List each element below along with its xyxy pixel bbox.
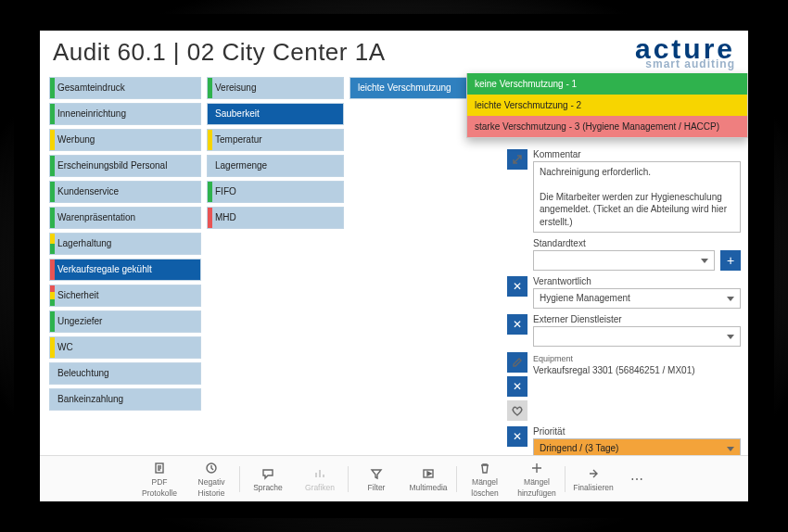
- category-item[interactable]: Lagerhaltung: [49, 233, 201, 255]
- toolbar-label: Mängel: [472, 477, 498, 487]
- category-label: Erscheinungsbild Personal: [57, 160, 167, 171]
- category-label: Beleuchtung: [57, 368, 109, 378]
- extern-select[interactable]: [533, 326, 741, 347]
- chart-icon: [313, 466, 326, 481]
- bottom-toolbar: PDFProtokolleNegativHistorieSpracheGrafi…: [40, 455, 748, 501]
- favorite-equipment-button[interactable]: [507, 400, 527, 421]
- subcategory-label: FIFO: [215, 186, 236, 196]
- category-item[interactable]: Gesamteindruck: [49, 77, 201, 99]
- category-item[interactable]: Kundenservice: [49, 181, 201, 203]
- expand-button[interactable]: [507, 149, 527, 170]
- tablet-frame: Audit 60.1 | 02 City Center 1A acture sm…: [14, 14, 774, 518]
- status-bar: [50, 285, 55, 306]
- extern-label: Externer Dienstleister: [533, 314, 741, 324]
- category-item[interactable]: Ungeziefer: [49, 310, 201, 333]
- category-column: GesamteindruckInneneinrichtungWerbungErs…: [49, 77, 201, 462]
- clear-equipment-button[interactable]: ✕: [507, 376, 527, 397]
- category-item[interactable]: Inneneinrichtung: [49, 103, 201, 125]
- subcategory-item[interactable]: FIFO: [207, 181, 344, 203]
- toolbar-label: Grafiken: [305, 483, 335, 492]
- toolbar-media-button[interactable]: Multimedia: [404, 466, 452, 492]
- toolbar-sublabel: hinzufügen: [517, 488, 556, 498]
- category-item[interactable]: Werbung: [49, 129, 201, 151]
- standardtext-select[interactable]: [533, 250, 715, 271]
- prioritaet-group: ✕ Priorität Dringend / (3 Tage): [507, 426, 741, 459]
- status-bar: [208, 208, 212, 228]
- category-label: Inneneinrichtung: [57, 108, 126, 119]
- rating-option[interactable]: leichte Verschmutzung - 2: [467, 95, 747, 116]
- toolbar-filter-button[interactable]: Filter: [352, 466, 400, 492]
- subcategory-label: Sauberkeit: [215, 108, 260, 119]
- status-bar: [50, 234, 55, 254]
- category-label: Warenpräsentation: [57, 212, 135, 222]
- brand-logo: acture smart auditing: [635, 38, 735, 70]
- heart-icon: [511, 404, 524, 417]
- subcategory-column: VereisungSauberkeitTemperaturLagermengeF…: [207, 77, 344, 462]
- equipment-value: Verkaufsregal 3301 (56846251 / MX01): [533, 365, 741, 376]
- clear-verantwortlich-button[interactable]: ✕: [507, 276, 527, 297]
- category-label: Bankeinzahlung: [57, 394, 123, 404]
- category-label: Gesamteindruck: [57, 82, 125, 93]
- subcategory-label: Temperatur: [215, 134, 262, 145]
- toolbar-label: Filter: [368, 483, 386, 492]
- category-item[interactable]: Verkaufsregale gekühlt: [49, 259, 201, 281]
- filter-icon: [370, 466, 383, 481]
- toolbar-more-button[interactable]: ⋯: [621, 472, 653, 487]
- category-label: Verkaufsregale gekühlt: [57, 264, 152, 274]
- toolbar-speech-button[interactable]: Sprache: [244, 466, 292, 492]
- extern-group: ✕ Externer Dienstleister: [507, 314, 741, 347]
- toolbar-arrow-button[interactable]: Finalisieren: [569, 466, 617, 492]
- toolbar-pdf-button[interactable]: PDFProtokolle: [135, 461, 184, 498]
- pencil-icon: [511, 356, 524, 369]
- toolbar-trash-button[interactable]: Mängellöschen: [461, 461, 509, 498]
- app-screen: Audit 60.1 | 02 City Center 1A acture sm…: [40, 31, 748, 501]
- status-bar: [50, 104, 55, 124]
- status-bar: [208, 182, 212, 202]
- clear-prioritaet-button[interactable]: ✕: [507, 426, 527, 447]
- category-item[interactable]: Warenpräsentation: [49, 207, 201, 229]
- status-bar: [50, 337, 55, 358]
- trash-icon: [478, 461, 491, 475]
- toolbar-plus-button[interactable]: Mängelhinzufügen: [513, 461, 561, 498]
- toolbar-sublabel: löschen: [471, 488, 498, 498]
- header: Audit 60.1 | 02 City Center 1A acture sm…: [40, 31, 748, 73]
- subcategory-item[interactable]: MHD: [207, 207, 344, 229]
- status-bar: [50, 130, 55, 150]
- equipment-label: Equipment: [533, 354, 741, 363]
- toolbar-history-button[interactable]: NegativHistorie: [187, 461, 235, 498]
- toolbar-label: Mängel: [524, 477, 550, 487]
- add-standardtext-button[interactable]: +: [720, 250, 741, 271]
- category-item[interactable]: Bankeinzahlung: [49, 388, 201, 411]
- toolbar-separator: [456, 466, 457, 492]
- subcategory-item[interactable]: Lagermenge: [207, 155, 344, 177]
- status-bar: [50, 208, 55, 228]
- toolbar-sublabel: Protokolle: [142, 488, 177, 498]
- subcategory-label: Vereisung: [215, 82, 256, 93]
- category-item[interactable]: Erscheinungsbild Personal: [49, 155, 201, 177]
- subcategory-item[interactable]: Sauberkeit: [207, 103, 344, 125]
- status-bar: [208, 130, 212, 150]
- rating-option[interactable]: keine Verschmutzung - 1: [467, 73, 747, 95]
- edit-equipment-button[interactable]: [507, 352, 527, 373]
- category-item[interactable]: Beleuchtung: [49, 362, 201, 385]
- kommentar-input[interactable]: Nachreinigung erforderlich. Die Mitarbei…: [533, 161, 741, 234]
- category-label: Lagerhaltung: [57, 238, 111, 248]
- toolbar-separator: [239, 466, 240, 492]
- rating-options-popup: keine Verschmutzung - 1leichte Verschmut…: [466, 73, 748, 138]
- prioritaet-label: Priorität: [533, 426, 741, 437]
- subcategory-item[interactable]: Vereisung: [207, 77, 344, 99]
- standardtext-label: Standardtext: [533, 238, 741, 248]
- page-title: Audit 60.1 | 02 City Center 1A: [53, 38, 386, 67]
- toolbar-label: Finalisieren: [573, 483, 613, 492]
- rating-option[interactable]: starke Verschmutzung - 3 (Hygiene Manage…: [467, 116, 747, 137]
- clear-extern-button[interactable]: ✕: [507, 314, 527, 335]
- category-label: Sicherheit: [57, 290, 98, 300]
- subcategory-item[interactable]: Temperatur: [207, 129, 344, 151]
- toolbar-sublabel: Historie: [198, 488, 225, 498]
- status-bar: [50, 156, 55, 176]
- verantwortlich-select[interactable]: Hygiene Management: [533, 288, 741, 309]
- category-item[interactable]: Sicherheit: [49, 285, 201, 307]
- status-bar: [50, 78, 55, 98]
- category-item[interactable]: WC: [49, 336, 201, 359]
- verantwortlich-label: Verantwortlich: [533, 276, 741, 286]
